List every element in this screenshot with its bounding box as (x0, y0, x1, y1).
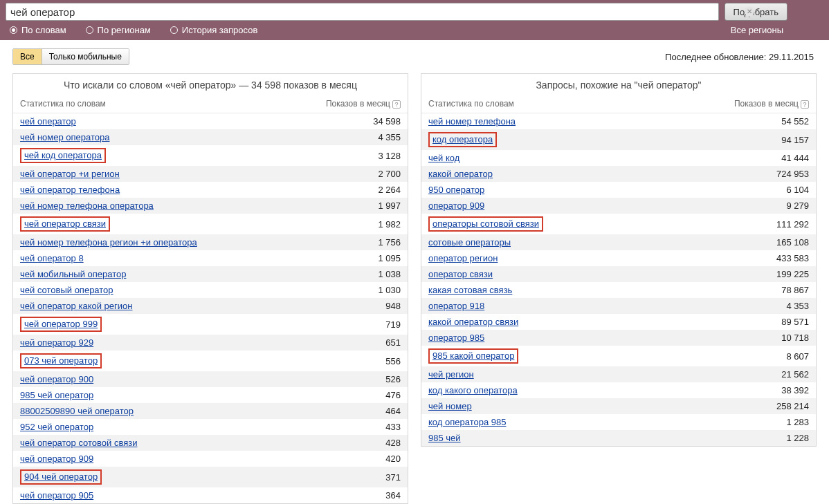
query-link[interactable]: чей номер телефона (428, 116, 516, 127)
query-count: 38 392 (760, 385, 809, 395)
query-link[interactable]: 985 какой оператор (432, 351, 514, 361)
query-count: 526 (352, 374, 401, 384)
table-row: сотовые операторы165 108 (421, 234, 816, 250)
opt-history[interactable]: История запросов (170, 25, 258, 35)
query-count: 21 562 (760, 369, 809, 380)
query-link[interactable]: чей оператор (20, 116, 76, 127)
tab-all[interactable]: Все (13, 49, 42, 64)
table-row: чей оператор телефона2 264 (13, 182, 408, 198)
query-link[interactable]: чей код оператора (24, 150, 102, 160)
clear-icon[interactable]: ✕ (745, 7, 754, 17)
table-row: 952 чей оператор433 (13, 419, 408, 435)
table-row: операторы сотовой связи111 292 (421, 214, 816, 234)
table-row: оператор 98510 718 (421, 330, 816, 346)
query-link[interactable]: чей номер телефона оператора (20, 200, 154, 211)
query-count: 165 108 (760, 237, 809, 248)
query-link[interactable]: чей оператор 900 (20, 374, 93, 384)
search-input[interactable] (6, 3, 719, 21)
table-row: чей номер телефона регион +и оператора1 … (13, 234, 408, 250)
query-count: 433 (352, 422, 401, 432)
query-link[interactable]: чей оператор связи (24, 218, 106, 229)
table-row: код оператора94 157 (421, 129, 816, 150)
query-link[interactable]: чей оператор 909 (20, 454, 93, 464)
opt-label: История запросов (182, 25, 258, 35)
query-count: 1 756 (352, 237, 401, 248)
help-icon[interactable]: ? (392, 100, 401, 109)
query-link[interactable]: чей оператор 929 (20, 337, 93, 348)
query-link[interactable]: чей оператор 999 (24, 319, 98, 329)
query-link[interactable]: чей оператор сотовой связи (20, 438, 137, 448)
query-link[interactable]: чей оператор телефона (20, 185, 120, 195)
query-link[interactable]: чей оператор какой регион (20, 301, 132, 311)
query-link[interactable]: чей код (428, 153, 459, 163)
table-row: код какого оператора38 392 (421, 382, 816, 398)
query-link[interactable]: чей номер телефона регион +и оператора (20, 237, 197, 248)
query-link[interactable]: чей оператор 8 (20, 253, 84, 263)
query-count: 2 700 (352, 169, 401, 179)
query-link[interactable]: 985 чей (428, 433, 461, 443)
query-link[interactable]: операторы сотовой связи (432, 218, 539, 229)
query-link[interactable]: какой оператор связи (428, 317, 518, 327)
table-row: чей оператор сотовой связи428 (13, 435, 408, 451)
query-count: 1 095 (352, 253, 401, 263)
radio-icon (86, 26, 93, 34)
opt-by-words[interactable]: По словам (10, 25, 66, 35)
query-link[interactable]: какая сотовая связь (428, 285, 512, 295)
query-link[interactable]: код оператора (432, 134, 493, 144)
table-row: чей оператор 905364 (13, 487, 408, 503)
all-regions-link[interactable]: Все регионы (731, 25, 783, 35)
query-link[interactable]: 904 чей оператор (24, 472, 98, 482)
query-link[interactable]: чей оператор +и регион (20, 169, 120, 179)
query-link[interactable]: оператор 909 (428, 200, 484, 211)
query-link[interactable]: оператор 918 (428, 301, 484, 311)
table-row: оператор регион433 583 (421, 250, 816, 266)
query-count: 1 038 (352, 269, 401, 279)
submit-button[interactable]: Подобрать (725, 3, 787, 21)
query-link[interactable]: какой оператор (428, 169, 493, 179)
query-link[interactable]: код оператора 985 (428, 417, 506, 427)
opt-by-regions[interactable]: По регионам (86, 25, 151, 35)
query-link[interactable]: чей сотовый оператор (20, 285, 113, 295)
table-row: 985 какой оператор8 607 (421, 346, 816, 366)
query-link[interactable]: 985 чей оператор (20, 390, 93, 400)
table-row: код оператора 9851 283 (421, 414, 816, 430)
query-link[interactable]: 950 оператор (428, 185, 484, 195)
query-link[interactable]: чей мобильный оператор (20, 269, 126, 279)
table-row: 985 чей оператор476 (13, 387, 408, 403)
table-row: какой оператор724 953 (421, 166, 816, 182)
opt-label: По словам (21, 25, 66, 35)
query-link[interactable]: 073 чей оператор (24, 355, 98, 366)
table-row: чей оператор 999719 (13, 314, 408, 335)
query-link[interactable]: оператор 985 (428, 333, 484, 343)
query-link[interactable]: код какого оператора (428, 385, 518, 395)
radio-icon (10, 26, 17, 34)
table-row: чей оператор +и регион2 700 (13, 166, 408, 182)
query-count: 2 264 (352, 185, 401, 195)
query-count: 719 (352, 319, 401, 330)
query-count: 1 030 (352, 285, 401, 295)
table-row: чей оператор 929651 (13, 335, 408, 351)
query-link[interactable]: 952 чей оператор (20, 422, 93, 432)
query-count: 94 157 (760, 135, 809, 145)
table-row: оператор 9184 353 (421, 298, 816, 314)
query-link[interactable]: чей номер оператора (20, 132, 109, 142)
table-row: чей номер телефона54 552 (421, 113, 816, 129)
col-header-words: Статистика по словам (428, 99, 514, 109)
query-link[interactable]: чей номер (428, 401, 472, 411)
query-link[interactable]: чей оператор 905 (20, 490, 93, 501)
table-row: 073 чей оператор556 (13, 351, 408, 371)
query-link[interactable]: 88002509890 чей оператор (20, 406, 134, 416)
query-link[interactable]: сотовые операторы (428, 237, 511, 248)
query-link[interactable]: оператор регион (428, 253, 498, 263)
query-count: 10 718 (760, 333, 809, 343)
query-count: 4 355 (352, 132, 401, 142)
tab-mobile[interactable]: Только мобильные (42, 49, 129, 64)
help-icon[interactable]: ? (801, 100, 809, 109)
table-row: оператор связи199 225 (421, 266, 816, 282)
col-header-count: Показов в месяц? (326, 99, 401, 109)
query-link[interactable]: оператор связи (428, 269, 493, 279)
query-count: 556 (352, 356, 401, 366)
query-count: 724 953 (760, 169, 809, 179)
query-link[interactable]: чей регион (428, 369, 474, 380)
query-count: 1 283 (760, 417, 809, 427)
